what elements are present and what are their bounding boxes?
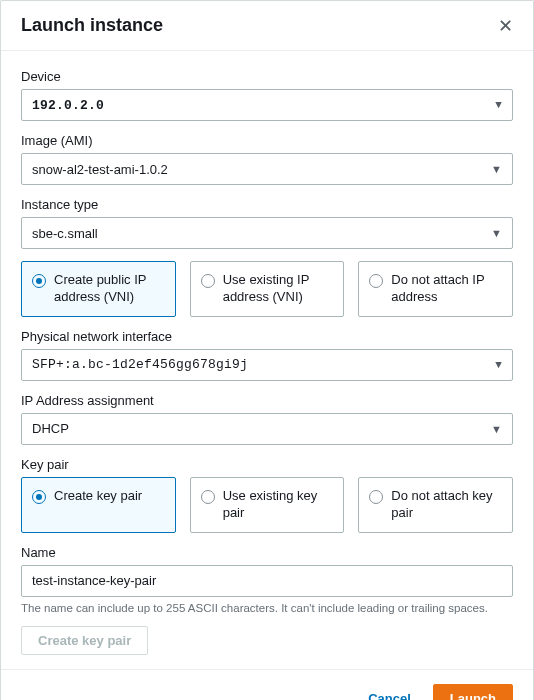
ip-address-options: Create public IP address (VNI) Use exist… (21, 261, 513, 317)
name-hint: The name can include up to 255 ASCII cha… (21, 601, 513, 616)
device-label: Device (21, 69, 513, 84)
chevron-down-icon: ▼ (491, 163, 502, 175)
key-pair-options: Create key pair Use existing key pair Do… (21, 477, 513, 533)
ip-option-existing[interactable]: Use existing IP address (VNI) (190, 261, 345, 317)
kp-option-existing-label: Use existing key pair (223, 488, 334, 522)
field-ip-assignment: IP Address assignment DHCP ▼ (21, 393, 513, 445)
instance-type-value: sbe-c.small (32, 226, 98, 241)
kp-option-none-label: Do not attach key pair (391, 488, 502, 522)
modal-footer: Cancel Launch (1, 669, 533, 701)
radio-icon (201, 490, 215, 504)
field-key-pair: Key pair Create key pair Use existing ke… (21, 457, 513, 533)
radio-icon (32, 274, 46, 288)
ip-assignment-value: DHCP (32, 421, 69, 436)
instance-type-label: Instance type (21, 197, 513, 212)
key-pair-label: Key pair (21, 457, 513, 472)
kp-option-create-label: Create key pair (54, 488, 142, 505)
instance-type-select[interactable]: sbe-c.small ▼ (21, 217, 513, 249)
field-name: Name The name can include up to 255 ASCI… (21, 545, 513, 655)
ip-option-create-label: Create public IP address (VNI) (54, 272, 165, 306)
modal-header: Launch instance ✕ (1, 1, 533, 51)
launch-instance-modal: Launch instance ✕ Device 192.0.2.0 ▼ Ima… (0, 0, 534, 700)
name-input-wrapper[interactable] (21, 565, 513, 597)
pni-select[interactable]: SFP+:a.bc-1d2ef456gg678gi9j ▼ (21, 349, 513, 381)
kp-option-none[interactable]: Do not attach key pair (358, 477, 513, 533)
pni-value: SFP+:a.bc-1d2ef456gg678gi9j (32, 357, 248, 372)
ip-option-none[interactable]: Do not attach IP address (358, 261, 513, 317)
radio-icon (369, 274, 383, 288)
field-device: Device 192.0.2.0 ▼ (21, 69, 513, 121)
radio-icon (201, 274, 215, 288)
ip-assignment-select[interactable]: DHCP ▼ (21, 413, 513, 445)
field-instance-type: Instance type sbe-c.small ▼ (21, 197, 513, 249)
chevron-down-icon: ▼ (495, 99, 502, 111)
chevron-down-icon: ▼ (495, 359, 502, 371)
ip-option-create[interactable]: Create public IP address (VNI) (21, 261, 176, 317)
device-value: 192.0.2.0 (32, 98, 104, 113)
image-value: snow-al2-test-ami-1.0.2 (32, 162, 168, 177)
pni-label: Physical network interface (21, 329, 513, 344)
close-icon[interactable]: ✕ (498, 17, 513, 35)
kp-option-create[interactable]: Create key pair (21, 477, 176, 533)
radio-icon (32, 490, 46, 504)
name-label: Name (21, 545, 513, 560)
chevron-down-icon: ▼ (491, 423, 502, 435)
chevron-down-icon: ▼ (491, 227, 502, 239)
cancel-button[interactable]: Cancel (356, 684, 423, 701)
modal-title: Launch instance (21, 15, 163, 36)
modal-body: Device 192.0.2.0 ▼ Image (AMI) snow-al2-… (1, 51, 533, 669)
ip-option-none-label: Do not attach IP address (391, 272, 502, 306)
launch-button[interactable]: Launch (433, 684, 513, 701)
ip-assignment-label: IP Address assignment (21, 393, 513, 408)
image-label: Image (AMI) (21, 133, 513, 148)
ip-option-existing-label: Use existing IP address (VNI) (223, 272, 334, 306)
radio-icon (369, 490, 383, 504)
name-input[interactable] (32, 573, 502, 588)
device-select[interactable]: 192.0.2.0 ▼ (21, 89, 513, 121)
kp-option-existing[interactable]: Use existing key pair (190, 477, 345, 533)
image-select[interactable]: snow-al2-test-ami-1.0.2 ▼ (21, 153, 513, 185)
create-key-pair-button[interactable]: Create key pair (21, 626, 148, 655)
field-image: Image (AMI) snow-al2-test-ami-1.0.2 ▼ (21, 133, 513, 185)
field-pni: Physical network interface SFP+:a.bc-1d2… (21, 329, 513, 381)
